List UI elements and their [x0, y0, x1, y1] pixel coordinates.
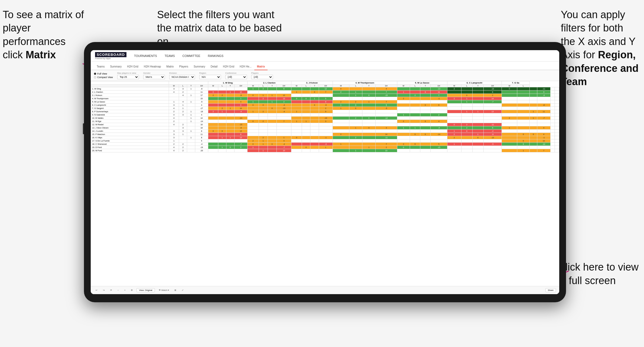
tab-h2h-grid[interactable]: H2H Grid — [124, 63, 141, 70]
zoom-in-button[interactable]: + — [123, 288, 127, 292]
matrix-cell-dif: -3 — [319, 143, 333, 146]
total-cell: -20 — [195, 149, 208, 152]
matrix-cell-t — [310, 146, 319, 149]
matrix-cell-l — [410, 110, 420, 113]
bottom-toolbar: ↩ ↪ ⟳ − + ⚙ View: Original 👁 Watch ▾ ⊞ ⤢… — [91, 286, 559, 294]
matrix-cell-dif — [537, 100, 550, 104]
compact-view-option[interactable]: Compact View — [94, 76, 113, 79]
matrix-cell-dif — [277, 117, 291, 120]
matrix-cell-w — [291, 143, 302, 146]
gender-select[interactable]: Men's — [143, 75, 165, 79]
matrix-cell-t — [362, 149, 376, 152]
matrix-cell-l — [461, 149, 472, 152]
matrix-cell-l: 1 — [259, 94, 268, 97]
players-select[interactable]: (All) (All) — [251, 75, 273, 79]
matrix-cell-t — [420, 126, 431, 130]
matrix-cell-w: 1 — [397, 91, 410, 94]
matrix-cell-w — [502, 100, 517, 104]
matrix-cell-extra — [555, 104, 559, 107]
max-players-select[interactable]: Top 25 — [117, 75, 139, 79]
view-original-button[interactable]: View: Original — [136, 288, 155, 292]
settings-button[interactable]: ⚙ — [129, 288, 134, 292]
matrix-cell-extra — [550, 149, 555, 152]
nav-committee[interactable]: COMMITTEE — [181, 54, 201, 58]
conference-select[interactable]: (All) (All) — [225, 75, 247, 79]
nav-teams[interactable]: TEAMS — [164, 54, 176, 58]
matrix-cell-dif — [277, 126, 291, 130]
total-cell: 1 — [187, 113, 195, 117]
tab-players-summary[interactable]: Summary — [191, 63, 208, 70]
matrix-cell-w — [502, 149, 517, 152]
matrix-cell-t — [226, 149, 234, 152]
matrix-cell-w: 0 — [248, 94, 259, 97]
matrix-cell-dif: 6 — [234, 133, 247, 136]
matrix-cell-w — [333, 117, 349, 120]
matrix-cell-w — [248, 113, 259, 117]
matrix-cell-l — [218, 113, 226, 117]
tab-summary[interactable]: Summary — [107, 63, 124, 70]
matrix-cell-dif: 2 — [277, 100, 291, 104]
matrix-cell-dif — [376, 123, 397, 126]
matrix-cell-l — [302, 113, 310, 117]
region-select[interactable]: N/A N/A — [199, 75, 221, 79]
matrix-cell-l — [349, 97, 362, 100]
matrix-cell-l — [259, 107, 268, 110]
matrix-cell-t: 1 — [268, 100, 277, 104]
monitor-button[interactable]: ⊞ — [173, 288, 178, 292]
total-cell: 4 — [195, 104, 208, 107]
zoom-out-button[interactable]: − — [116, 288, 121, 292]
watch-button[interactable]: 👁 Watch ▾ — [157, 288, 171, 292]
matrix-cell-l — [218, 104, 226, 107]
matrix-cell-extra — [550, 107, 555, 110]
matrix-cell-w: 1 — [333, 104, 349, 107]
matrix-cell-l: 2 — [410, 94, 420, 97]
matrix-cell-extra — [555, 117, 559, 120]
matrix-cell-dif: 4 — [376, 87, 397, 91]
matrix-cell-l: 0 — [218, 130, 226, 133]
matrix-cell-dif: 13 — [234, 130, 247, 133]
matrix-cell-extra — [555, 110, 559, 113]
compact-view-radio[interactable] — [94, 76, 96, 78]
matrix-cell-l — [302, 91, 310, 94]
tab-players[interactable]: Players — [177, 63, 191, 70]
tab-h2h-heatmap[interactable]: H2H Heatmap — [141, 63, 164, 70]
tab-detail[interactable]: Detail — [208, 63, 220, 70]
tab-matrix[interactable]: Matrix — [164, 63, 176, 70]
redo-button[interactable]: ↪ — [101, 288, 106, 292]
matrix-cell-t — [310, 143, 319, 146]
matrix-cell-t — [268, 87, 277, 91]
matrix-cell-dif: 14 — [234, 107, 247, 110]
undo-button[interactable]: ↩ — [94, 288, 99, 292]
matrix-cell-t — [420, 130, 431, 133]
division-select[interactable]: NCAA Division I — [169, 75, 195, 79]
tab-players-matrix[interactable]: Matrix — [254, 63, 268, 70]
total-cell — [187, 123, 195, 126]
matrix-cell-dif — [431, 110, 447, 113]
matrix-cell-l — [259, 130, 268, 133]
matrix-cell-dif: 6 — [483, 126, 502, 130]
share-button[interactable]: Share — [545, 288, 556, 292]
full-view-radio[interactable] — [94, 73, 96, 75]
refresh-button[interactable]: ⟳ — [109, 288, 114, 292]
matrix-cell-w — [208, 149, 218, 152]
full-view-option[interactable]: Full View — [94, 72, 113, 75]
matrix-cell-t — [268, 146, 277, 149]
matrix-cell-t — [362, 120, 376, 123]
matrix-cell-extra — [555, 133, 559, 136]
matrix-cell-dif: -8 — [537, 104, 550, 107]
total-cell: 17 — [195, 94, 208, 97]
matrix-cell-w — [291, 123, 302, 126]
total-cell: 4 — [169, 113, 179, 117]
tab-teams[interactable]: Teams — [94, 63, 107, 70]
matrix-cell-w — [291, 117, 302, 120]
matrix-cell-l: 0 — [410, 143, 420, 146]
tab-players-h2h-grid[interactable]: H2H Grid — [220, 63, 237, 70]
tab-players-h2h-he[interactable]: H2H He... — [237, 63, 254, 70]
nav-tournaments[interactable]: TOURNAMENTS — [133, 54, 158, 58]
matrix-cell-t: 0 — [529, 133, 537, 136]
total-cell: 1 — [169, 100, 179, 104]
fullscreen-button[interactable]: ⤢ — [180, 288, 185, 292]
total-cell — [179, 120, 187, 123]
nav-rankings[interactable]: RANKINGS — [207, 54, 225, 58]
matrix-cell-t — [226, 130, 234, 133]
